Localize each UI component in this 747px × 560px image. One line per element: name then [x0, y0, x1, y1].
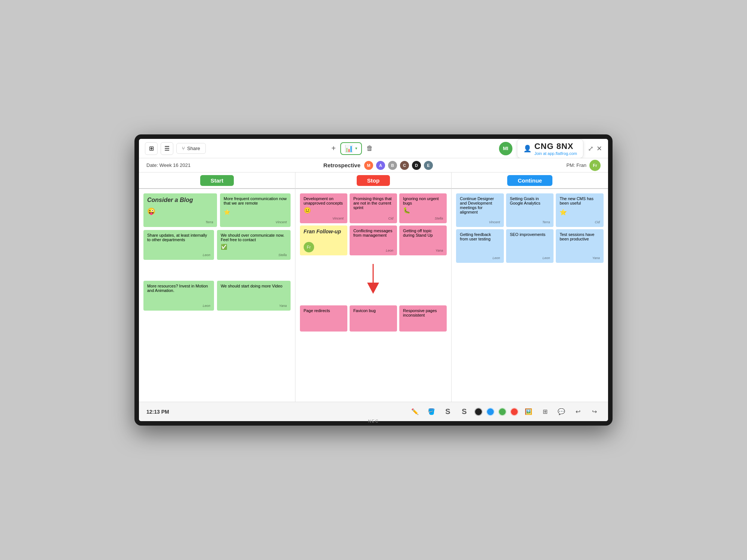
avatar-6: E [423, 160, 434, 171]
continue-column: Continue Continue Designer and Developme… [452, 172, 608, 402]
screen: ⊞ ☰ ⑂ Share + 📊 ▾ 🗑 MI 👤 [139, 139, 608, 421]
emoji-icon: 😜 [147, 207, 213, 215]
color-green[interactable] [498, 408, 506, 416]
add-btn[interactable]: + [331, 144, 336, 153]
avatar-5: D [411, 160, 422, 171]
sticky-overcommunicate[interactable]: We should over communicate now. Feel fre… [217, 230, 291, 260]
color-red[interactable] [510, 408, 518, 416]
star-icon: ⭐ [560, 209, 600, 216]
grid-btn[interactable]: ⊞ [539, 405, 551, 418]
sticky-more-video[interactable]: We should start doing more Video Yana [217, 281, 291, 311]
sticky-unapproved[interactable]: Development on unapproved concepts 😐 Vin… [300, 193, 347, 223]
toolbar-tools: ✏️ 🪣 S S 🖼️ ⊞ 💬 ↩ ↪ [409, 405, 601, 418]
sticky-new-cms[interactable]: The new CMS has been useful ⭐ Cid [556, 193, 604, 227]
sticky-text: SEO improvements [510, 232, 550, 237]
sticky-designer-dev[interactable]: Continue Designer and Development meetin… [456, 193, 504, 227]
sticky-test-sessions[interactable]: Test sessions have been productive Yana [556, 229, 604, 263]
sticky-text: Setting Goals in Google Analytics [510, 196, 550, 205]
sticky-text: Conflicting messages from management [353, 228, 393, 237]
redo-btn[interactable]: ↪ [588, 405, 601, 418]
emoji-neutral: 😐 [304, 207, 344, 214]
sticky-text: The new CMS has been useful [560, 196, 600, 205]
start-col-content: Consider a Blog 😜 Terra More frequent co… [139, 189, 295, 402]
template-icon: 📊 [345, 144, 353, 153]
svg-marker-1 [367, 283, 379, 294]
sticky-title: Consider a Blog [147, 196, 213, 203]
share-button[interactable]: ⑂ Share [176, 143, 206, 154]
pen-tool-btn[interactable]: ✏️ [409, 405, 421, 418]
sticky-promising[interactable]: Promising things that are not in the cur… [350, 193, 397, 223]
curve-tool-btn[interactable]: S [441, 405, 454, 418]
continue-button[interactable]: Continue [507, 175, 552, 186]
trash-btn[interactable]: 🗑 [366, 144, 373, 152]
color-blue[interactable] [486, 408, 495, 416]
avatar-2: A [375, 160, 386, 171]
sticky-conflicting[interactable]: Conflicting messages from management Leo… [350, 225, 397, 255]
sticky-ignoring-bugs[interactable]: Ignoring non urgent bugs 🐛 Stella [399, 193, 447, 223]
fran-avatar: Fr [304, 242, 314, 252]
eraser-tool-btn[interactable]: 🪣 [425, 405, 438, 418]
continue-grid: Continue Designer and Development meetin… [456, 193, 604, 263]
stop-col-content: Development on unapproved concepts 😐 Vin… [295, 189, 452, 402]
down-arrow [362, 262, 384, 296]
start-column: Start Consider a Blog 😜 Terra More frequ… [139, 172, 295, 402]
pm-label: PM: Fran [567, 162, 586, 168]
sticky-text: Share updates, at least internally to ot… [147, 233, 210, 242]
info-bar: Date: Week 16 2021 Retrospective M A B C… [139, 158, 608, 172]
join-code: CNG 8NX [534, 141, 574, 151]
undo-btn[interactable]: ↩ [571, 405, 584, 418]
participant-avatars: M A B C D E [363, 160, 434, 171]
share-icon: ⑂ [182, 146, 185, 151]
start-col-header: Start [139, 172, 295, 189]
sticky-user-testing[interactable]: Getting feedback from user testing Leon [456, 229, 504, 263]
sticky-fran-followup[interactable]: Fran Follow-up Fr [300, 225, 347, 255]
start-button[interactable]: Start [200, 175, 234, 186]
sticky-text: Ignoring non urgent bugs [403, 196, 443, 205]
monitor: ⊞ ☰ ⑂ Share + 📊 ▾ 🗑 MI 👤 [134, 134, 613, 426]
pm-avatar: Fr [589, 160, 601, 171]
top-bar-center: + 📊 ▾ 🗑 [210, 142, 495, 155]
sticky-page-redirects[interactable]: Page redirects [300, 305, 347, 332]
sticky-text: More resources? Invest in Motion and Ani… [147, 284, 210, 293]
sticky-favicon-bug[interactable]: Favicon bug [350, 305, 397, 332]
sticky-google-analytics[interactable]: Setting Goals in Google Analytics Terra [506, 193, 554, 227]
sticky-share-updates[interactable]: Share updates, at least internally to ot… [143, 230, 214, 260]
minimize-icon[interactable]: ⤢ [588, 144, 593, 153]
board: Start Consider a Blog 😜 Terra More frequ… [139, 172, 608, 402]
brand-label: NEC [368, 419, 379, 423]
comment-btn[interactable]: 💬 [555, 405, 568, 418]
stop-col-header: Stop [295, 172, 452, 189]
sticky-text: Promising things that are not in the cur… [353, 196, 393, 210]
top-bar-right: MI 👤 CNG 8NX Join at app.flatfrog.com ⤢ … [499, 139, 602, 158]
sidebar-toggle-btn[interactable]: ⊞ [145, 142, 158, 155]
checkmark-icon: ✅ [221, 244, 287, 250]
image-btn[interactable]: 🖼️ [522, 405, 535, 418]
sticky-responsive[interactable]: Responsive pages inconsistent [399, 305, 447, 332]
emoji-icon2: ⭐ [224, 209, 287, 215]
sticky-off-topic[interactable]: Getting off topic during Stand Up Yana [399, 225, 447, 255]
info-bar-center: Retrospective M A B C D E [196, 160, 560, 171]
avatar-1: M [363, 160, 374, 171]
sticky-text: Test sessions have been productive [560, 232, 600, 241]
stop-button[interactable]: Stop [357, 175, 390, 186]
sticky-text: Favicon bug [353, 308, 393, 313]
sticky-text: We should over communicate now. Feel fre… [221, 233, 287, 242]
board-title: Retrospective [323, 162, 360, 168]
sticky-consider-blog[interactable]: Consider a Blog 😜 Terra [143, 193, 217, 227]
template-dropdown[interactable]: ▾ [355, 146, 357, 151]
line-tool-btn[interactable]: S [458, 405, 471, 418]
template-btn[interactable]: 📊 ▾ [340, 142, 362, 155]
person-icon: 👤 [523, 144, 531, 153]
sticky-seo[interactable]: SEO improvements Leon [506, 229, 554, 263]
color-black[interactable] [474, 408, 483, 416]
sticky-more-resources[interactable]: More resources? Invest in Motion and Ani… [143, 281, 214, 311]
sticky-text: More frequent communication now that we … [224, 196, 287, 205]
close-icon[interactable]: ✕ [596, 144, 602, 153]
bottom-toolbar: 12:13 PM ✏️ 🪣 S S 🖼️ ⊞ 💬 ↩ ↪ [139, 402, 608, 421]
sticky-text: Continue Designer and Development meetin… [460, 196, 500, 214]
sticky-frequent-comm[interactable]: More frequent communication now that we … [220, 193, 291, 227]
join-box: 👤 CNG 8NX Join at app.flatfrog.com [517, 139, 583, 158]
join-link[interactable]: Join at app.flatfrog.com [534, 151, 577, 156]
menu-btn[interactable]: ☰ [161, 142, 173, 155]
window-controls: ⤢ ✕ [588, 144, 602, 153]
